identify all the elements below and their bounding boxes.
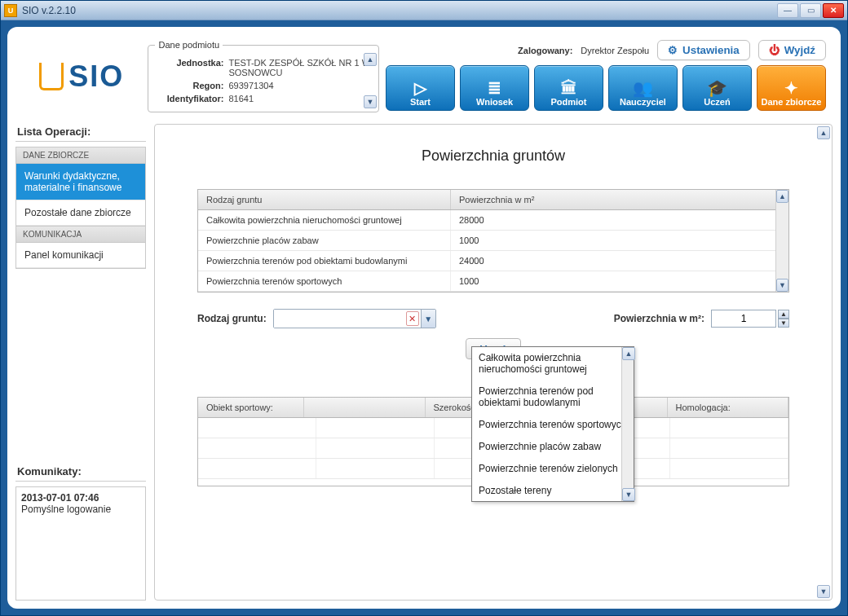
nav-dane-zbiorcze[interactable]: ✦Dane zbiorcze xyxy=(757,65,826,111)
scroll-down-button[interactable]: ▼ xyxy=(817,585,830,598)
app-window: U SIO v.2.2.10 — ▭ ✕ SIO Dane podmiotu J… xyxy=(0,0,848,616)
column-header: Obiekt sportowy: xyxy=(198,398,304,417)
minimize-button[interactable]: — xyxy=(777,3,798,18)
scroll-down-button[interactable]: ▼ xyxy=(622,488,635,501)
entity-panel: Dane podmiotu Jednostka:TEST-DK ZESPÓŁ S… xyxy=(148,40,379,112)
nav-start[interactable]: ▷Start xyxy=(386,65,455,111)
settings-button[interactable]: ⚙Ustawienia xyxy=(657,40,750,60)
spin-up-button[interactable]: ▲ xyxy=(778,310,789,319)
type-label: Rodzaj gruntu: xyxy=(197,313,267,324)
area-input[interactable] xyxy=(711,310,776,328)
clear-icon[interactable]: ✕ xyxy=(406,311,419,326)
ops-list: DANE ZBIORCZEWarunki dydaktyczne, materi… xyxy=(15,147,146,269)
form-row: Rodzaj gruntu: ✕ ▼ Powierzchnia w m²: ▲▼ xyxy=(173,309,814,328)
message-timestamp: 2013-07-01 07:46 xyxy=(21,492,140,504)
chevron-down-icon[interactable]: ▼ xyxy=(421,310,435,328)
nav-icon: 🏛 xyxy=(561,79,577,97)
scroll-down-button[interactable]: ▼ xyxy=(364,95,377,108)
dropdown-option[interactable]: Powierzchnia terenów pod obiektami budow… xyxy=(472,380,634,413)
scroll-up-button[interactable]: ▲ xyxy=(776,190,788,203)
window-title: SIO v.2.2.10 xyxy=(22,5,777,16)
table-row[interactable]: Całkowita powierzchnia nieruchomości gru… xyxy=(198,210,788,231)
nav-icon: 👥 xyxy=(633,79,653,97)
dropdown-option[interactable]: Powierzchnie terenów zielonych xyxy=(472,457,634,479)
area-spinner[interactable]: ▲▼ xyxy=(711,310,789,328)
table-row[interactable]: Powierzchnia terenów sportowych1000 xyxy=(198,271,788,292)
ops-item[interactable]: Panel komunikacji xyxy=(16,243,145,268)
gear-icon: ⚙ xyxy=(668,44,678,56)
nav-wniosek[interactable]: ≣Wniosek xyxy=(460,65,529,111)
dropdown-option[interactable]: Całkowita powierzchnia nieruchomości gru… xyxy=(472,347,634,380)
logo: SIO xyxy=(22,40,141,112)
messages-panel: 2013-07-01 07:46 Pomyślne logowanie xyxy=(15,486,146,601)
type-combo[interactable]: ✕ ▼ xyxy=(273,309,436,328)
nav-row: ▷Start≣Wniosek🏛Podmiot👥Nauczyciel🎓Uczeń✦… xyxy=(386,65,826,111)
shield-icon xyxy=(39,63,64,90)
nav-icon: ▷ xyxy=(414,79,426,97)
scroll-down-button[interactable]: ▼ xyxy=(776,279,788,292)
nav-podmiot[interactable]: 🏛Podmiot xyxy=(534,65,603,111)
ops-group: DANE ZBIORCZE xyxy=(16,147,145,164)
table-row[interactable]: Powierzchnia terenów pod obiektami budow… xyxy=(198,251,788,271)
logged-label: Zalogowany: xyxy=(518,46,572,55)
top-strip: Zalogowany: Dyrektor Zespołu ⚙Ustawienia… xyxy=(386,40,826,60)
power-icon: ⏻ xyxy=(769,44,780,56)
dropdown-option[interactable]: Powierzchnie placów zabaw xyxy=(472,435,634,457)
main-panel: ▲▼ Powierzchnia gruntów Rodzaj gruntuPow… xyxy=(154,124,833,601)
table-row[interactable]: Powierzchnie placów zabaw1000 xyxy=(198,231,788,251)
header: SIO Dane podmiotu Jednostka:TEST-DK ZESP… xyxy=(15,35,833,117)
ops-item[interactable]: Pozostałe dane zbiorcze xyxy=(16,200,145,226)
logout-button[interactable]: ⏻Wyjdź xyxy=(758,40,826,60)
titlebar: U SIO v.2.2.10 — ▭ ✕ xyxy=(1,1,847,20)
column-header: Powierzchnia w m² xyxy=(451,190,788,209)
column-header xyxy=(304,398,426,417)
nav-icon: ≣ xyxy=(488,79,501,97)
ops-item[interactable]: Warunki dydaktyczne, materialne i finans… xyxy=(16,164,145,200)
close-button[interactable]: ✕ xyxy=(823,3,844,18)
entity-row: Regon:693971304 xyxy=(155,81,372,90)
ops-title: Lista Operacji: xyxy=(17,125,144,138)
ops-group: KOMUNIKACJA xyxy=(16,226,145,243)
nav-uczeń[interactable]: 🎓Uczeń xyxy=(682,65,752,111)
nav-nauczyciel[interactable]: 👥Nauczyciel xyxy=(608,65,678,111)
app-icon: U xyxy=(4,4,17,17)
type-input[interactable] xyxy=(274,310,406,328)
entity-row: Identyfikator:81641 xyxy=(155,94,372,103)
message-text: Pomyślne logowanie xyxy=(21,504,140,515)
scroll-up-button[interactable]: ▲ xyxy=(817,126,830,139)
nav-icon: ✦ xyxy=(784,79,798,97)
nav-icon: 🎓 xyxy=(707,79,727,97)
column-header: Homologacja: xyxy=(668,398,789,417)
area-label: Powierzchnia w m²: xyxy=(614,313,704,324)
maximize-button[interactable]: ▭ xyxy=(800,3,821,18)
page-heading: Powierzchnia gruntów xyxy=(173,147,814,165)
main-card: SIO Dane podmiotu Jednostka:TEST-DK ZESP… xyxy=(7,27,841,609)
logged-value: Dyrektor Zespołu xyxy=(581,46,649,55)
scroll-up-button[interactable]: ▲ xyxy=(622,347,635,360)
entity-row: Jednostka:TEST-DK ZESPÓŁ SZKÓŁ NR 1 W SO… xyxy=(155,58,372,77)
land-table: Rodzaj gruntuPowierzchnia w m² ▲▼ Całkow… xyxy=(197,189,789,293)
client-area: SIO Dane podmiotu Jednostka:TEST-DK ZESP… xyxy=(1,20,847,615)
dropdown-option[interactable]: Powierzchnia terenów sportowych xyxy=(472,413,634,435)
scroll-up-button[interactable]: ▲ xyxy=(364,53,377,66)
dropdown-option[interactable]: Pozostałe tereny xyxy=(472,479,634,501)
entity-legend: Dane podmiotu xyxy=(155,40,223,50)
spin-down-button[interactable]: ▼ xyxy=(778,319,789,328)
messages-title: Komunikaty: xyxy=(17,465,144,477)
type-dropdown-list: ▲▼ Całkowita powierzchnia nieruchomości … xyxy=(471,346,634,502)
column-header: Rodzaj gruntu xyxy=(198,190,451,209)
